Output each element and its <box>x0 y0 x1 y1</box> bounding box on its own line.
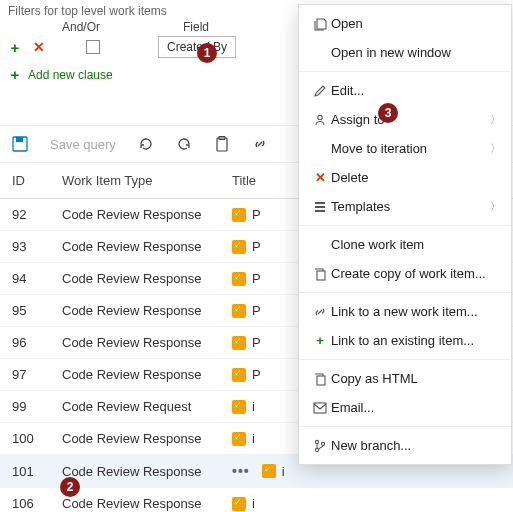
col-type-header[interactable]: Work Item Type <box>62 173 232 188</box>
title-text: P <box>252 239 261 254</box>
menu-item[interactable]: Copy as HTML <box>299 364 511 393</box>
copy-icon <box>309 372 331 386</box>
cell-id: 96 <box>12 335 62 350</box>
work-item-icon <box>232 240 246 254</box>
work-item-icon <box>232 336 246 350</box>
assign-icon <box>309 113 331 127</box>
cell-id: 94 <box>12 271 62 286</box>
menu-item[interactable]: ✕Delete <box>299 163 511 192</box>
menu-label: Move to iteration <box>331 141 490 156</box>
menu-label: Link to an existing item... <box>331 333 501 348</box>
cell-id: 93 <box>12 239 62 254</box>
save-icon[interactable] <box>12 136 28 152</box>
copy-icon <box>309 267 331 281</box>
branch-icon <box>309 439 331 453</box>
menu-label: Delete <box>331 170 501 185</box>
templates-icon <box>309 200 331 214</box>
svg-point-4 <box>318 115 322 119</box>
menu-label: Clone work item <box>331 237 501 252</box>
andor-checkbox[interactable] <box>86 40 100 54</box>
menu-item[interactable]: Clone work item <box>299 230 511 259</box>
cell-type: Code Review Response <box>62 496 232 511</box>
add-icon[interactable]: + <box>8 39 22 56</box>
cell-id: 100 <box>12 431 62 446</box>
svg-point-11 <box>315 440 318 443</box>
context-menu: OpenOpen in new windowEdit...Assign to〉M… <box>298 4 512 465</box>
menu-separator <box>299 426 511 427</box>
work-item-icon <box>232 497 246 511</box>
cell-type: Code Review Response <box>62 239 232 254</box>
menu-label: Create copy of work item... <box>331 266 501 281</box>
title-text: i <box>252 431 255 446</box>
menu-label: Link to a new work item... <box>331 304 501 319</box>
redo-icon[interactable] <box>176 136 192 152</box>
work-item-icon <box>232 400 246 414</box>
svg-rect-6 <box>315 206 325 208</box>
refresh-icon[interactable] <box>138 136 154 152</box>
cell-id: 101 <box>12 464 62 479</box>
title-text: P <box>252 335 261 350</box>
cell-id: 95 <box>12 303 62 318</box>
title-text: P <box>252 367 261 382</box>
save-query-label: Save query <box>50 137 116 152</box>
menu-item[interactable]: Create copy of work item... <box>299 259 511 288</box>
svg-rect-10 <box>314 403 326 413</box>
work-item-icon <box>232 272 246 286</box>
menu-item[interactable]: Move to iteration〉 <box>299 134 511 163</box>
clipboard-icon[interactable] <box>214 136 230 152</box>
menu-separator <box>299 71 511 72</box>
col-id-header[interactable]: ID <box>12 173 62 188</box>
menu-label: Open in new window <box>331 45 501 60</box>
svg-rect-9 <box>317 376 325 385</box>
menu-label: Assign to <box>331 112 490 127</box>
title-text: P <box>252 207 261 222</box>
open-icon <box>309 17 331 31</box>
cell-id: 97 <box>12 367 62 382</box>
edit-icon <box>309 84 331 98</box>
andor-header: And/Or <box>8 20 83 34</box>
menu-label: Email... <box>331 400 501 415</box>
more-icon[interactable]: ••• <box>232 463 250 479</box>
delete-icon: ✕ <box>309 170 331 185</box>
svg-rect-5 <box>315 202 325 204</box>
chevron-right-icon: 〉 <box>490 112 501 127</box>
link-icon <box>309 305 331 319</box>
menu-separator <box>299 292 511 293</box>
cell-type: Code Review Response <box>62 464 232 479</box>
remove-icon[interactable]: ✕ <box>32 39 46 55</box>
svg-point-13 <box>321 442 324 445</box>
menu-item[interactable]: Edit... <box>299 76 511 105</box>
title-text: P <box>252 303 261 318</box>
menu-label: Copy as HTML <box>331 371 501 386</box>
menu-item[interactable]: Link to a new work item... <box>299 297 511 326</box>
cell-type: Code Review Response <box>62 367 232 382</box>
callout-badge-2: 2 <box>60 477 80 497</box>
work-item-icon <box>232 208 246 222</box>
menu-item[interactable]: Open in new window <box>299 38 511 67</box>
field-header: Field <box>183 20 209 34</box>
work-item-icon <box>262 464 276 478</box>
work-item-icon <box>232 432 246 446</box>
menu-item[interactable]: Email... <box>299 393 511 422</box>
cell-type: Code Review Request <box>62 399 232 414</box>
menu-item[interactable]: +Link to an existing item... <box>299 326 511 355</box>
menu-separator <box>299 359 511 360</box>
menu-label: Edit... <box>331 83 501 98</box>
email-icon <box>309 402 331 414</box>
title-text: i <box>282 464 285 479</box>
menu-item[interactable]: New branch... <box>299 431 511 460</box>
menu-item[interactable]: Open <box>299 9 511 38</box>
svg-point-12 <box>315 448 318 451</box>
chevron-right-icon: 〉 <box>490 199 501 214</box>
menu-item[interactable]: Assign to〉 <box>299 105 511 134</box>
link-tool-icon[interactable] <box>252 136 268 152</box>
title-text: i <box>252 399 255 414</box>
svg-rect-1 <box>16 137 23 142</box>
menu-item[interactable]: Templates〉 <box>299 192 511 221</box>
cell-title: •••i <box>232 463 501 479</box>
cell-title: i <box>232 496 501 511</box>
cell-type: Code Review Response <box>62 335 232 350</box>
callout-badge-1: 1 <box>197 43 217 63</box>
title-text: i <box>252 496 255 511</box>
work-item-icon <box>232 304 246 318</box>
